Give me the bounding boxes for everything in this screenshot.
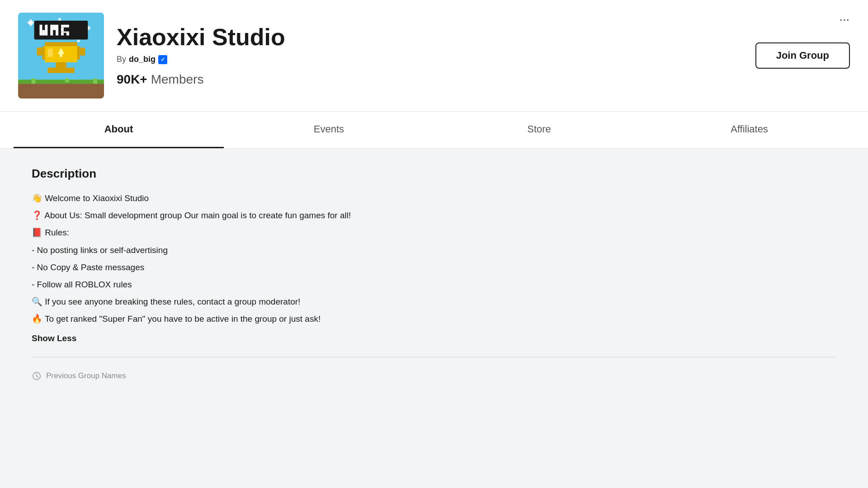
svg-rect-13	[42, 30, 45, 36]
desc-line-3: 📕 Rules:	[32, 225, 836, 240]
svg-rect-42	[93, 78, 97, 84]
svg-rect-7	[58, 18, 61, 21]
svg-rect-40	[65, 78, 69, 82]
svg-rect-16	[53, 25, 56, 30]
svg-rect-33	[60, 49, 62, 57]
tab-about[interactable]: About	[14, 112, 224, 148]
group-info: Xiaoxixi Studio By do_big ✓ 90K+ Members	[117, 24, 743, 87]
header-inner: Xiaoxixi Studio By do_big ✓ 90K+ Members…	[18, 13, 850, 99]
svg-rect-41	[83, 80, 85, 84]
svg-rect-9	[77, 39, 80, 42]
desc-line-5: - No Copy & Paste messages	[32, 260, 836, 275]
description-body: 👋 Welcome to Xiaoxixi Studio ❓ About Us:…	[32, 191, 836, 327]
svg-rect-28	[37, 47, 42, 56]
desc-line-8: 🔥 To get ranked "Super Fan" you have to …	[32, 311, 836, 327]
members-number: 90K+	[117, 72, 147, 87]
svg-rect-17	[56, 25, 58, 36]
members-label: Members	[151, 72, 204, 87]
description-heading: Description	[32, 167, 836, 181]
svg-rect-21	[66, 33, 69, 36]
svg-rect-14	[45, 25, 47, 36]
group-by-line: By do_big ✓	[117, 55, 743, 64]
tabs-section: About Events Store Affiliates	[0, 112, 868, 149]
svg-rect-39	[45, 80, 47, 82]
svg-rect-30	[56, 62, 66, 68]
previous-names-label: Previous Group Names	[46, 371, 126, 380]
tab-affiliates[interactable]: Affiliates	[644, 112, 854, 148]
verified-badge: ✓	[158, 55, 167, 64]
more-options-button[interactable]: ...	[840, 13, 850, 23]
svg-rect-27	[47, 49, 53, 57]
svg-rect-18	[61, 25, 69, 28]
previous-names-row[interactable]: Previous Group Names	[32, 371, 836, 381]
desc-line-2: ❓ About Us: Small development group Our …	[32, 208, 836, 223]
desc-line-6: - Follow all ROBLOX rules	[32, 277, 836, 292]
svg-rect-37	[24, 80, 26, 84]
desc-line-1: 👋 Welcome to Xiaoxixi Studio	[32, 191, 836, 206]
svg-rect-3	[28, 22, 34, 23]
tab-store[interactable]: Store	[434, 112, 644, 148]
svg-rect-15	[50, 25, 53, 36]
svg-rect-38	[32, 78, 36, 84]
svg-rect-20	[61, 32, 69, 33]
desc-line-4: - No posting links or self-advertising	[32, 243, 836, 258]
tabs-inner: About Events Store Affiliates	[14, 112, 854, 148]
svg-rect-35	[18, 80, 104, 84]
tab-events[interactable]: Events	[224, 112, 434, 148]
avatar-image	[18, 13, 104, 99]
creator-name: do_big	[129, 55, 156, 64]
by-label: By	[117, 55, 126, 64]
svg-rect-36	[18, 84, 104, 99]
svg-rect-12	[40, 25, 42, 36]
members-count: 90K+ Members	[117, 72, 743, 87]
header-section: Xiaoxixi Studio By do_big ✓ 90K+ Members…	[0, 0, 868, 112]
desc-line-7: 🔍 If you see anyone breaking these rules…	[32, 294, 836, 310]
group-avatar	[18, 13, 104, 99]
show-less-button[interactable]: Show Less	[32, 333, 76, 343]
group-title: Xiaoxixi Studio	[117, 24, 743, 50]
clock-icon	[32, 371, 42, 381]
svg-rect-31	[47, 68, 74, 73]
svg-rect-29	[80, 47, 85, 56]
svg-rect-23	[45, 42, 77, 46]
svg-rect-19	[61, 28, 64, 32]
join-group-button[interactable]: Join Group	[755, 42, 850, 69]
svg-rect-22	[61, 33, 64, 36]
content-section: Description 👋 Welcome to Xiaoxixi Studio…	[14, 149, 854, 399]
join-button-area: Join Group	[755, 42, 850, 69]
divider	[32, 357, 836, 357]
